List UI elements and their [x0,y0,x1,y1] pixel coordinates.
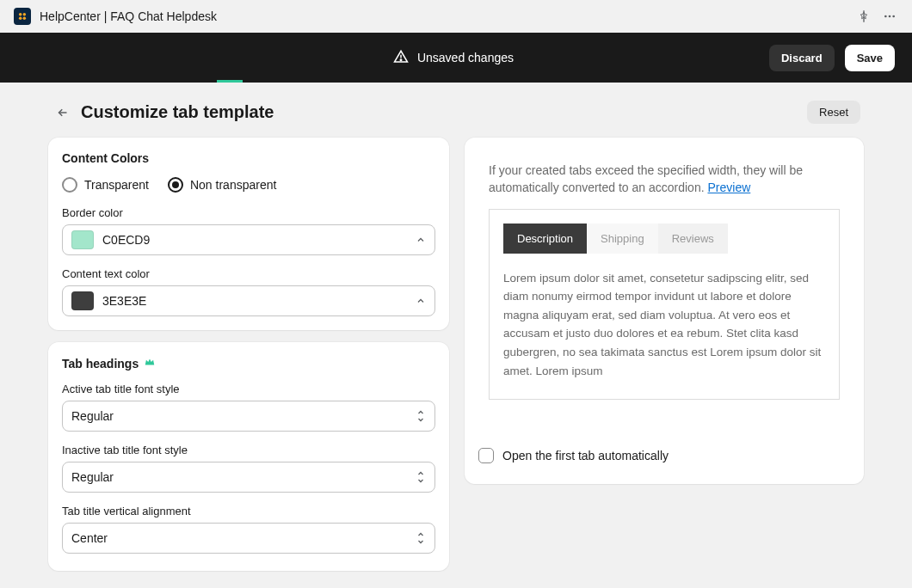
preview-tab-reviews[interactable]: Reviews [658,224,728,254]
svg-point-1 [23,13,26,15]
open-first-tab-checkbox[interactable] [478,448,494,463]
radio-transparent[interactable]: Transparent [62,177,149,193]
preview-body: Lorem ipsum dolor sit amet, consetetur s… [490,254,839,400]
preview-tab-description[interactable]: Description [503,224,587,254]
discard-button[interactable]: Discard [769,45,835,71]
active-style-label: Active tab title font style [62,383,435,395]
preview-hint: If your created tabs exceed the specifie… [478,151,850,197]
inactive-style-label: Inactive tab title font style [62,444,435,456]
back-button[interactable] [52,101,74,124]
preview-box: Description Shipping Reviews Lorem ipsum… [489,209,840,401]
chevron-up-icon [416,235,426,245]
svg-point-0 [19,13,22,15]
svg-point-7 [892,15,895,18]
active-style-value: Regular [71,409,426,423]
vertical-align-select[interactable]: Center [62,523,435,554]
page-title: Customize tab template [81,102,274,122]
open-first-tab-label: Open the first tab automatically [502,449,669,462]
svg-point-9 [400,59,402,61]
chevron-updown-icon [416,409,426,423]
preview-link[interactable]: Preview [707,181,750,194]
reset-button[interactable]: Reset [807,101,860,124]
radio-non-transparent-label: Non transparent [190,178,276,192]
border-color-value: C0ECD9 [102,233,426,247]
unsaved-banner: Unsaved changes Discard Save [0,33,912,83]
border-color-label: Border color [62,206,435,219]
title-row: Customize tab template Reset [0,85,912,132]
inactive-style-value: Regular [71,470,426,484]
save-button[interactable]: Save [845,45,895,71]
text-color-swatch [71,291,94,310]
text-color-value: 3E3E3E [102,294,426,308]
active-style-select[interactable]: Regular [62,401,435,432]
accent-sliver [217,80,243,83]
radio-icon [168,177,183,193]
more-icon[interactable] [881,8,898,25]
svg-point-6 [889,15,891,18]
text-color-label: Content text color [62,267,435,280]
preview-tab-shipping[interactable]: Shipping [587,224,658,254]
radio-icon [62,177,77,193]
chevron-updown-icon [416,531,426,545]
tab-headings-card: Tab headings Active tab title font style… [48,342,449,571]
chevron-updown-icon [416,470,426,484]
border-color-swatch [71,230,94,249]
inactive-style-select[interactable]: Regular [62,462,435,493]
preview-hint-text: If your created tabs exceed the specifie… [489,163,803,194]
crown-icon [144,356,156,371]
chevron-up-icon [416,296,426,306]
border-color-input[interactable]: C0ECD9 [62,224,435,255]
warning-icon [393,49,409,67]
svg-point-3 [23,17,26,20]
app-icon [14,8,31,25]
tab-headings-title-text: Tab headings [62,357,139,371]
vertical-align-value: Center [71,531,426,545]
preview-card: If your created tabs exceed the specifie… [465,138,864,484]
content-colors-card: Content Colors Transparent Non transpare… [48,138,449,330]
tab-headings-title: Tab headings [62,356,435,371]
svg-point-2 [19,17,22,20]
app-title: HelpCenter | FAQ Chat Helpdesk [40,9,217,23]
content-colors-title: Content Colors [62,151,435,165]
vertical-align-label: Tab title vertical alignment [62,505,435,518]
pin-icon[interactable] [855,8,872,25]
svg-point-5 [884,15,887,18]
radio-transparent-label: Transparent [84,178,149,192]
text-color-input[interactable]: 3E3E3E [62,285,435,316]
radio-non-transparent[interactable]: Non transparent [168,177,276,193]
banner-message: Unsaved changes [417,51,514,64]
topbar: HelpCenter | FAQ Chat Helpdesk [0,0,912,33]
